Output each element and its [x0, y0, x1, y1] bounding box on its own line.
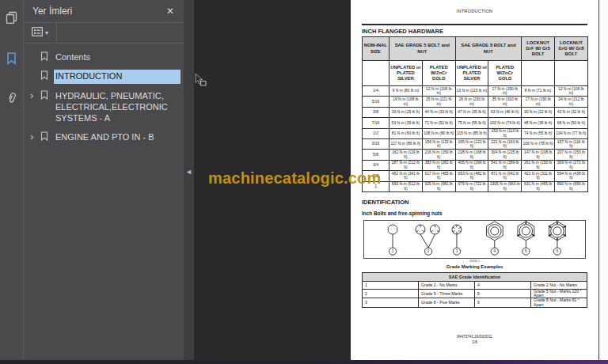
expand-chevron-icon[interactable]: › — [30, 131, 40, 142]
panel-title: Yer İmleri — [32, 6, 72, 17]
grade-row: 2Grade 5 - Three Marks5Grade 5 Nut - Mar… — [363, 290, 587, 298]
attachments-button[interactable] — [0, 84, 23, 112]
bookmark-options-button[interactable]: ▾ — [24, 25, 53, 40]
torque-value-cell: 68 N·m (50 lb ft) — [554, 118, 587, 128]
footer-doc-ref: 84473741 16/03/2011 — [351, 335, 598, 340]
torque-value-cell: 26 N·m (230 lb in) — [455, 97, 488, 107]
bookmark-icon — [40, 51, 54, 63]
grade-row: 1Grade 2 - No Marks4Grade 2 Nut - No Mar… — [363, 282, 587, 290]
torque-value-cell: 693 N·m (512 lb ft) — [390, 181, 423, 191]
bookmark-item[interactable]: ›HYDRAULIC, PNEUMATIC, ELECTRICAL,ELECTR… — [24, 89, 184, 127]
grade-number-cell: 4 — [475, 282, 531, 290]
grade-row: 3Grade 8 - Five Marks6Grade 8 Nut - Mark… — [363, 298, 587, 307]
expand-chevron-icon — [30, 51, 40, 51]
toolbar-separator — [56, 23, 57, 43]
torque-value-cell: 1305 N·m (963 lb ft) — [488, 181, 522, 191]
expand-chevron-icon[interactable]: › — [30, 89, 40, 100]
torque-value-cell: 207 N·m (153 lb ft) — [554, 150, 587, 160]
bookmarks-panel-button[interactable] — [0, 44, 23, 73]
torque-row: 3/833 N·m (25 lb ft)44 N·m (33 lb ft)47 … — [363, 107, 588, 117]
torque-value-cell: 653 N·m (482 lb ft) — [455, 171, 488, 181]
torque-value-cell: 12 N·m (106 lb in) — [422, 86, 455, 97]
torque-value-cell: 17 N·m (150 lb in) — [488, 86, 522, 97]
torque-value-cell: 104 N·m (77 lb ft) — [554, 128, 587, 138]
close-icon[interactable]: ✕ — [166, 6, 174, 16]
grade-desc-cell: Grade 5 - Three Marks — [419, 290, 475, 298]
torque-value-cell: 53 N·m (39 lb ft) — [390, 118, 423, 128]
grade-desc-cell: Grade 5 Nut - Marks 120 ° Apart — [531, 290, 587, 298]
running-header: INTRODUCTION — [351, 0, 598, 13]
chevron-down-icon: ▾ — [45, 29, 48, 36]
figure-caption: Grade Marking Examples — [351, 264, 598, 269]
bookmark-icon — [40, 131, 54, 143]
torque-value-cell: 383 N·m (282 lb ft) — [422, 160, 455, 170]
bookmark-item[interactable]: ›ENGINE AND PTO IN - B — [24, 130, 184, 145]
torque-value-cell: 8 N·m (71 lb in) — [522, 86, 555, 97]
torque-value-cell: 81 N·m (60 lb ft) — [390, 128, 423, 138]
page-thumbnails-button[interactable] — [0, 3, 23, 32]
scrollbar-track[interactable] — [598, 0, 608, 360]
torque-row: 9/16117 N·m (86 lb ft)156 N·m (115 lb ft… — [363, 138, 588, 149]
grade-marking-diagram: 1 2 3 4 5 6 — [363, 220, 586, 259]
torque-value-cell: 115 N·m (85 lb ft) — [455, 128, 488, 138]
bookmark-label: ENGINE AND PTO IN - B — [54, 131, 180, 144]
torque-value-cell: 304 N·m (225 lb ft) — [488, 150, 522, 160]
grade-desc-cell: Grade 2 - No Marks — [419, 282, 475, 290]
pages-icon — [6, 11, 17, 24]
torque-value-cell: 369 N·m (272 lb ft) — [554, 160, 587, 170]
torque-value-cell: 421 N·m (311 lb ft) — [522, 171, 555, 181]
torque-value-cell: 24 N·m (212 lb in) — [554, 97, 587, 107]
torque-value-cell: 153 N·m (113 lb ft) — [488, 128, 522, 138]
torque-value-cell: 74 N·m (55 lb ft) — [522, 128, 555, 138]
bookmark-label: HYDRAULIC, PNEUMATIC, ELECTRICAL,ELECTRO… — [54, 89, 180, 126]
torque-group-header: NOM-INAL SIZE — [363, 37, 390, 61]
bookmarks-options-bar: ▾ — [24, 23, 184, 44]
torque-value-cell: 462 N·m (341 lb ft) — [390, 171, 423, 181]
grade-table-title: SAE Grade Identification — [363, 272, 587, 282]
sae-grade-table: SAE Grade Identification 1Grade 2 - No M… — [362, 272, 587, 308]
torque-value-cell: 871 N·m (642 lb ft) — [488, 171, 522, 181]
torque-value-cell: 35 N·m (310 lb in) — [488, 97, 522, 107]
section-title: INCH FLANGED HARDWARE — [362, 28, 587, 35]
torque-value-cell: 147 N·m (108 lb ft) — [522, 150, 555, 160]
diagram-label-2: 2 — [428, 250, 430, 254]
bookmark-item[interactable]: INTRODUCTION — [24, 69, 184, 84]
panel-collapse-handle[interactable]: ◄ — [184, 0, 194, 360]
torque-value-cell: 405 N·m (299 lb ft) — [455, 160, 488, 170]
page-footer: 84473741 16/03/2011 1/8 — [351, 335, 598, 346]
torque-row: 1/49 N·m (80 lb in)12 N·m (106 lb in)13 … — [363, 86, 588, 97]
grade-number-cell: 2 — [363, 290, 419, 298]
torque-value-cell: 165 N·m (122 lb ft) — [455, 138, 488, 149]
bookmark-label: Contents — [54, 51, 180, 64]
torque-value-cell: 25 N·m (221 lb in) — [422, 97, 455, 107]
torque-row: 7/8462 N·m (341 lb ft)617 N·m (455 lb ft… — [363, 171, 588, 181]
torque-sub-header: PLATED W/ZnCr GOLD — [488, 61, 522, 86]
torque-value-cell: 33 N·m (25 lb ft) — [390, 107, 423, 117]
pdf-viewer-window: Yer İmleri ✕ ▾ ContentsINTRODUCTION›HYDR… — [0, 0, 608, 364]
expand-chevron-icon — [30, 70, 40, 70]
torque-sub-header: PLATED W/ZnCr GOLD — [422, 61, 455, 86]
torque-table: NOM-INAL SIZESAE GRADE 5 BOLT and NUTSAE… — [362, 36, 588, 192]
torque-value-cell: 71 N·m (52 lb ft) — [422, 118, 455, 128]
torque-value-cell: 157 N·m (116 lb ft) — [554, 138, 587, 149]
grade-number-cell: 6 — [475, 298, 531, 307]
diagram-label-4: 4 — [494, 250, 496, 254]
torque-row: 1/281 N·m (60 lb ft)108 N·m (80 lb ft)11… — [363, 128, 588, 138]
torque-value-cell: 44 N·m (33 lb ft) — [422, 107, 455, 117]
document-page: INTRODUCTION INCH FLANGED HARDWARE NOM-I… — [351, 0, 598, 360]
diagram-label-3: 3 — [456, 250, 458, 254]
nominal-size-cell: 5/8 — [363, 150, 390, 160]
grade-desc-cell: Grade 2 Nut - No Marks — [531, 282, 587, 290]
torque-value-cell: 594 N·m (438 lb ft) — [554, 171, 587, 181]
torque-group-header: SAE GRADE 8 BOLT and NUT — [455, 37, 522, 61]
torque-sub-header — [554, 61, 587, 86]
bookmark-icon — [6, 52, 17, 65]
torque-sub-header: UNPLATED or PLATED SILVER — [455, 61, 488, 86]
grade-number-cell: 3 — [363, 298, 419, 307]
bookmarks-panel: Yer İmleri ✕ ▾ ContentsINTRODUCTION›HYDR… — [24, 0, 184, 360]
identification-subheading: Inch Bolts and free-spinning nuts — [362, 210, 587, 216]
torque-value-cell: 287 N·m (212 lb ft) — [390, 160, 423, 170]
torque-value-cell: 108 N·m (80 lb ft) — [422, 128, 455, 138]
bookmark-item[interactable]: Contents — [24, 50, 184, 65]
bookmark-icon — [40, 70, 54, 82]
